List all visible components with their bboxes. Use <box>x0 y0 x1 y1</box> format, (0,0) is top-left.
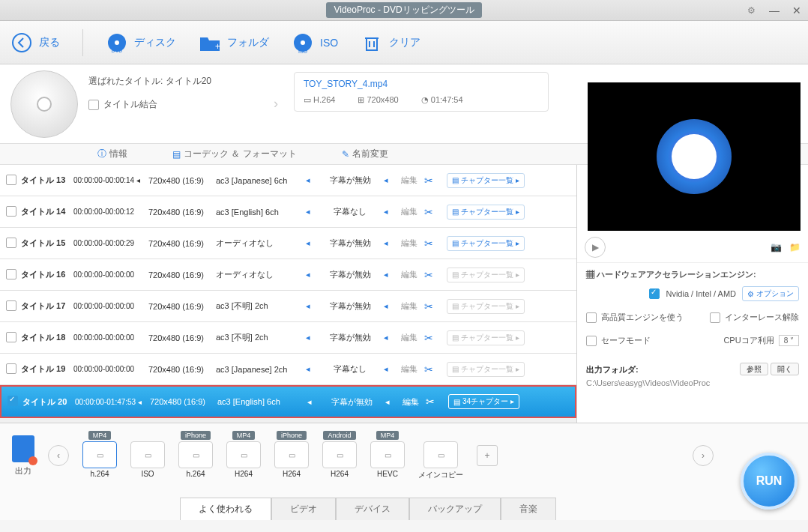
edit-button[interactable]: 編集 <box>394 238 424 249</box>
preset-item[interactable]: MP4▭h.264 <box>82 431 117 480</box>
close-button[interactable]: ✕ <box>786 0 808 21</box>
minimize-button[interactable]: — <box>763 0 786 21</box>
row-subtitle-select[interactable]: 字幕なし <box>316 363 384 375</box>
edit-button[interactable]: 編集 <box>394 206 424 217</box>
category-tab[interactable]: ビデオ <box>271 498 336 520</box>
row-subtitle-select[interactable]: 字幕が無効 <box>316 300 384 312</box>
output-format-icon[interactable] <box>12 435 34 462</box>
settings-icon[interactable]: ⚙ <box>747 5 756 16</box>
dropdown-icon[interactable]: ◂ <box>384 270 394 279</box>
dropdown-icon[interactable]: ◂ <box>385 397 396 407</box>
hq-engine-checkbox[interactable]: 高品質エンジンを使う <box>586 312 684 323</box>
dropdown-icon[interactable]: ◂ <box>306 270 316 279</box>
category-tab[interactable]: バックアップ <box>409 498 501 520</box>
edit-button[interactable]: 編集 <box>394 175 424 186</box>
run-button[interactable]: RUN <box>741 453 798 510</box>
preset-item[interactable]: Android▭H264 <box>322 431 357 480</box>
row-audio-select[interactable]: ac3 [English] 6ch <box>216 208 306 217</box>
scissors-icon[interactable]: ✂ <box>426 396 448 408</box>
dropdown-icon[interactable]: ◂ <box>306 364 316 374</box>
row-checkbox[interactable] <box>6 175 16 185</box>
edit-button[interactable]: 編集 <box>394 300 424 312</box>
disc-button[interactable]: DVD ディスク <box>106 31 176 54</box>
chapters-button[interactable]: ▤34チャプター ▸ <box>448 394 519 409</box>
preset-item[interactable]: ▭メインコピー <box>418 431 463 480</box>
edit-button[interactable]: 編集 <box>394 363 424 375</box>
category-tab[interactable]: デバイス <box>336 498 409 520</box>
deinterlace-checkbox[interactable]: インターレース解除 <box>710 312 799 323</box>
row-subtitle-select[interactable]: 字幕が無効 <box>316 175 384 186</box>
row-subtitle-select[interactable]: 字幕が無効 <box>316 269 384 280</box>
title-row[interactable]: タイトル 2000:00:00-01:47:53 ◂720x480 (16:9)… <box>0 385 576 418</box>
scissors-icon[interactable]: ✂ <box>424 363 447 375</box>
preset-item[interactable]: MP4▭HEVC <box>370 431 405 480</box>
play-button[interactable]: ▶ <box>585 237 606 258</box>
row-checkbox[interactable] <box>6 363 16 374</box>
scissors-icon[interactable]: ✂ <box>424 175 447 187</box>
row-checkbox[interactable] <box>6 238 16 248</box>
chapters-button[interactable]: ▤チャプター一覧 ▸ <box>447 267 525 282</box>
row-audio-select[interactable]: オーディオなし <box>216 238 306 249</box>
dropdown-icon[interactable]: ◂ <box>384 175 394 185</box>
title-row[interactable]: タイトル 1700:00:00-00:00:00720x480 (16:9)ac… <box>0 291 576 322</box>
dropdown-icon[interactable]: ◂ <box>306 207 316 217</box>
dropdown-icon[interactable]: ◂ <box>384 238 394 248</box>
iso-button[interactable]: ISO ISO <box>292 31 338 54</box>
row-audio-select[interactable]: ac3 [不明] 2ch <box>216 300 306 312</box>
dropdown-icon[interactable]: ◂ <box>306 175 316 185</box>
scissors-icon[interactable]: ✂ <box>424 206 447 218</box>
row-audio-select[interactable]: ac3 [Japanese] 2ch <box>216 365 306 374</box>
cpu-cores-select[interactable]: 8 ˅ <box>779 335 799 346</box>
edit-button[interactable]: 編集 <box>394 332 424 343</box>
edit-button[interactable]: 編集 <box>394 269 424 280</box>
title-row[interactable]: タイトル 1600:00:00-00:00:00720x480 (16:9)オー… <box>0 259 576 291</box>
scissors-icon[interactable]: ✂ <box>424 269 447 281</box>
codec-tab[interactable]: ▤コーデック ＆ フォーマット <box>172 148 297 160</box>
row-audio-select[interactable]: ac3 [不明] 2ch <box>216 332 306 343</box>
open-output-button[interactable]: 開く <box>771 363 799 375</box>
dropdown-icon[interactable]: ◂ <box>384 301 394 311</box>
chapters-button[interactable]: ▤チャプター一覧 ▸ <box>447 173 525 188</box>
open-folder-icon[interactable]: 📁 <box>789 242 801 253</box>
dropdown-icon[interactable]: ◂ <box>384 207 394 217</box>
chapters-button[interactable]: ▤チャプター一覧 ▸ <box>447 299 525 314</box>
row-subtitle-select[interactable]: 字幕が無効 <box>318 396 385 408</box>
preset-prev-button[interactable]: ‹ <box>48 445 69 466</box>
scissors-icon[interactable]: ✂ <box>424 332 447 344</box>
chapters-button[interactable]: ▤チャプター一覧 ▸ <box>447 362 525 377</box>
row-audio-select[interactable]: ac3 [English] 6ch <box>217 397 307 406</box>
dropdown-icon[interactable]: ◂ <box>306 301 316 311</box>
info-tab[interactable]: ⓘ情報 <box>97 148 127 160</box>
category-tab[interactable]: よく使われる <box>180 498 271 520</box>
scissors-icon[interactable]: ✂ <box>424 300 447 312</box>
safe-mode-checkbox[interactable]: セーフモード <box>586 335 651 346</box>
title-row[interactable]: タイトル 1400:00:00-00:00:12720x480 (16:9)ac… <box>0 196 576 228</box>
row-checkbox[interactable] <box>6 332 16 342</box>
edit-button[interactable]: 編集 <box>396 396 426 408</box>
preset-item[interactable]: iPhone▭H264 <box>274 431 309 480</box>
row-audio-select[interactable]: オーディオなし <box>216 269 306 280</box>
back-button[interactable]: 戻る <box>10 31 60 54</box>
merge-titles-checkbox[interactable]: タイトル結合 <box>88 98 268 111</box>
row-checkbox[interactable] <box>7 396 18 406</box>
dropdown-icon[interactable]: ◂ <box>307 397 318 407</box>
scissors-icon[interactable]: ✂ <box>424 238 447 250</box>
row-subtitle-select[interactable]: 字幕が無効 <box>316 332 384 343</box>
dropdown-icon[interactable]: ◂ <box>306 238 316 248</box>
clear-button[interactable]: クリア <box>361 31 420 54</box>
title-row[interactable]: タイトル 1800:00:00-00:00:00720x480 (16:9)ac… <box>0 322 576 354</box>
title-row[interactable]: タイトル 1900:00:00-00:00:00720x480 (16:9)ac… <box>0 354 576 385</box>
row-audio-select[interactable]: ac3 [Japanese] 6ch <box>216 176 306 185</box>
preset-next-button[interactable]: › <box>693 445 714 466</box>
folder-button[interactable]: + フォルダ <box>199 31 269 54</box>
preset-item[interactable]: ▭ISO <box>130 431 165 480</box>
chapters-button[interactable]: ▤チャプター一覧 ▸ <box>447 205 525 220</box>
row-subtitle-select[interactable]: 字幕が無効 <box>316 238 384 249</box>
snapshot-icon[interactable]: 📷 <box>771 242 782 253</box>
rename-tab[interactable]: ✎名前変更 <box>342 148 388 160</box>
add-preset-button[interactable]: + <box>477 445 498 466</box>
title-row[interactable]: タイトル 1300:00:00-00:00:14 ◂720x480 (16:9)… <box>0 165 576 196</box>
row-checkbox[interactable] <box>6 206 16 217</box>
dropdown-icon[interactable]: ◂ <box>306 333 316 342</box>
title-row[interactable]: タイトル 1500:00:00-00:00:29720x480 (16:9)オー… <box>0 228 576 259</box>
